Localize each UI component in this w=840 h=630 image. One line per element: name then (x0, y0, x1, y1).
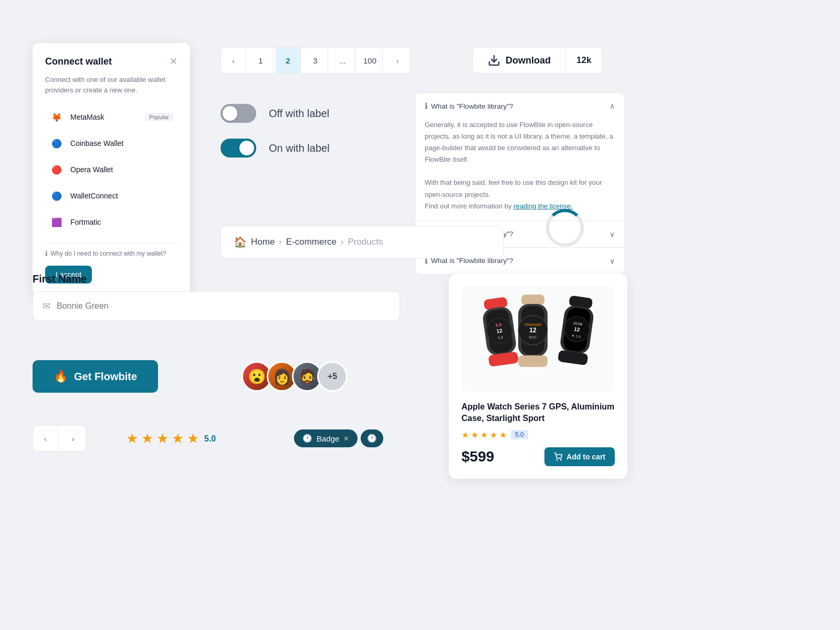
wallet-item-coinbase[interactable]: 🔵 Coinbase Wallet (45, 131, 177, 156)
toggle-on[interactable] (220, 139, 256, 158)
breadcrumb-products-label: Products (348, 237, 383, 247)
wallet-item-opera[interactable]: 🔴 Opera Wallet (45, 157, 177, 182)
svg-point-26 (561, 459, 561, 460)
breadcrumb-ecommerce[interactable]: E-commerce (286, 237, 337, 247)
breadcrumb-home-label: Home (251, 237, 275, 247)
star-2: ★ (141, 430, 153, 447)
page-2-button[interactable]: 2 (276, 48, 301, 73)
badge-section: 🕐 Badge ✕ 🕐 (294, 429, 383, 447)
product-watch-image: 5.0 12 3.8 TRAINING 12 NYC (465, 292, 612, 386)
svg-rect-16 (518, 355, 548, 367)
why-connect-text: Why do I need to connect with my wallet? (50, 250, 166, 257)
wallet-item-walletconnect[interactable]: 🔵 WalletConnect (45, 183, 177, 208)
download-label: Download (506, 55, 551, 66)
faq-chevron-2: ∨ (610, 230, 615, 238)
faq-question-text-1: What is "Flowbite library"? (431, 102, 513, 110)
page-3-button[interactable]: 3 (303, 48, 328, 73)
form-input-wrapper: ✉ (33, 291, 400, 321)
stars-rating: ★ ★ ★ ★ ★ 5.0 (126, 430, 216, 447)
spinner-container (546, 209, 588, 251)
wallet-name-fortmatic: Fortmatic (70, 218, 173, 226)
page-100-button[interactable]: 100 (358, 48, 383, 73)
avatar-more[interactable]: +5 (317, 361, 348, 392)
faq-question-1: ℹ What is "Flowbite library"? (425, 101, 513, 111)
faq-info-icon-1: ℹ (425, 101, 428, 111)
faq-header-1[interactable]: ℹ What is "Flowbite library"? ∧ (415, 93, 624, 119)
faq-body-text-2: With that being said, feel free to use t… (425, 177, 615, 200)
form-label: First Name (33, 273, 400, 285)
svg-text:3.8: 3.8 (498, 335, 503, 340)
connect-wallet-header: Connect wallet ✕ (45, 56, 177, 67)
pagination-bottom: ‹ › (33, 425, 86, 452)
toggle-on-label: On with label (269, 142, 330, 154)
breadcrumb-products[interactable]: Products (348, 237, 383, 247)
fortmatic-icon: 🟪 (49, 215, 64, 229)
connect-wallet-desc: Connect with one of our available wallet… (45, 75, 177, 95)
star-4: ★ (172, 430, 184, 447)
toggle-on-row: On with label (220, 139, 330, 158)
bottom-next-button[interactable]: › (60, 426, 86, 451)
opera-icon: 🔴 (49, 162, 64, 177)
why-connect-link[interactable]: ℹ Why do I need to connect with my walle… (45, 250, 177, 257)
breadcrumb-home[interactable]: 🏠 Home (234, 236, 275, 248)
wallet-list: 🦊 MetaMask Popular 🔵 Coinbase Wallet 🔴 O… (45, 104, 177, 235)
firstname-input[interactable] (57, 292, 390, 320)
wallet-name-opera: Opera Wallet (70, 165, 173, 174)
metamask-icon: 🦊 (49, 110, 64, 124)
product-price-row: $599 Add to cart (461, 447, 615, 466)
badge-close-button[interactable]: ✕ (343, 435, 349, 443)
toggle-off[interactable] (220, 104, 256, 123)
pagination: ‹ 1 2 3 ... 100 › (220, 47, 411, 74)
avatar-face-1: 😮 (248, 368, 266, 385)
download-count: 12k (566, 49, 602, 72)
bottom-prev-button[interactable]: ‹ (33, 426, 58, 451)
rating-value: 5.0 (204, 434, 216, 444)
email-icon: ✉ (43, 300, 50, 312)
breadcrumb-sep-2: › (341, 237, 343, 247)
avatar-group: 😮 👩 🧔 +5 (242, 361, 348, 392)
coinbase-icon: 🔵 (49, 136, 64, 151)
page-1-button[interactable]: 1 (248, 48, 274, 73)
product-title: Apple Watch Series 7 GPS, Aluminium Case… (461, 401, 615, 425)
toggle-thumb-on (239, 141, 254, 155)
get-flowbite-label: Get Flowbite (74, 371, 137, 383)
avatar-face-2: 👩 (273, 368, 291, 385)
avatar-more-label: +5 (328, 372, 337, 381)
add-to-cart-label: Add to cart (566, 453, 605, 461)
breadcrumb-ecommerce-label: E-commerce (286, 237, 337, 247)
wallet-item-metamask[interactable]: 🦊 MetaMask Popular (45, 104, 177, 130)
svg-text:12: 12 (529, 327, 537, 334)
faq-body-text-1: Generally, it is accepted to use FlowBit… (425, 119, 615, 165)
product-stars: ★ ★ ★ ★ ★ 5.0 (461, 430, 615, 440)
product-card: 5.0 12 3.8 TRAINING 12 NYC (449, 274, 627, 479)
page-ellipsis: ... (330, 48, 355, 73)
badge-icon-only[interactable]: 🕐 (361, 429, 383, 447)
download-icon (488, 54, 500, 67)
svg-rect-9 (521, 295, 544, 305)
badge-pill[interactable]: 🕐 Badge ✕ (294, 429, 358, 447)
download-button[interactable]: Download (473, 48, 566, 73)
badge-label: Badge (317, 434, 339, 443)
wallet-item-fortmatic[interactable]: 🟪 Fortmatic (45, 209, 177, 235)
svg-text:12: 12 (574, 326, 581, 333)
home-icon: 🏠 (234, 236, 247, 248)
prev-page-button[interactable]: ‹ (221, 48, 246, 73)
faq-chevron-3: ∨ (610, 257, 615, 265)
add-to-cart-button[interactable]: Add to cart (544, 447, 615, 466)
product-star-2: ★ (471, 430, 478, 440)
svg-text:NYC: NYC (529, 335, 537, 339)
get-flowbite-button[interactable]: 🔥 Get Flowbite (33, 360, 158, 393)
star-1: ★ (126, 430, 138, 447)
wallet-name-metamask: MetaMask (70, 113, 139, 121)
connect-wallet-modal: Connect wallet ✕ Connect with one of our… (33, 43, 190, 296)
connect-wallet-title: Connect wallet (45, 56, 112, 67)
faq-item-1: ℹ What is "Flowbite library"? ∧ Generall… (415, 93, 624, 221)
wallet-name-walletconnect: WalletConnect (70, 192, 173, 200)
next-page-button[interactable]: › (385, 48, 410, 73)
download-button-group: Download 12k (472, 47, 602, 74)
walletconnect-icon: 🔵 (49, 188, 64, 203)
product-image-area: 5.0 12 3.8 TRAINING 12 NYC (461, 287, 615, 392)
close-button[interactable]: ✕ (170, 56, 177, 67)
breadcrumb-sep-1: › (279, 237, 281, 247)
svg-point-25 (556, 459, 557, 460)
